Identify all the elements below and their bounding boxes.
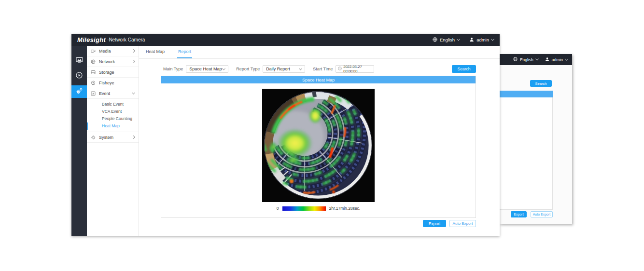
menu-label: Network bbox=[99, 59, 115, 64]
milesight-logo: Milesight bbox=[77, 36, 106, 43]
user-label: admin bbox=[476, 37, 489, 42]
report-type-label: Report Type bbox=[236, 67, 260, 71]
menu-label: System bbox=[99, 135, 113, 140]
background-user-menu[interactable]: admin bbox=[545, 57, 568, 62]
export-button[interactable]: Export bbox=[423, 220, 446, 227]
menu-label: Media bbox=[99, 49, 111, 54]
background-user-label: admin bbox=[552, 57, 563, 62]
background-panel-header bbox=[500, 91, 553, 97]
tab-report[interactable]: Report bbox=[177, 46, 192, 58]
network-icon bbox=[91, 59, 97, 64]
user-icon bbox=[469, 37, 474, 43]
background-topbar: English admin bbox=[500, 54, 572, 65]
media-icon bbox=[91, 49, 97, 54]
background-export-button[interactable]: Export bbox=[511, 211, 527, 217]
language-menu[interactable]: English bbox=[433, 37, 460, 43]
heat-scale-max: 2hr.17min.28sec. bbox=[329, 206, 361, 211]
clock-icon bbox=[338, 67, 342, 71]
report-type-select[interactable]: Daily Report bbox=[263, 65, 305, 73]
heat-scale-min: 0 bbox=[277, 206, 279, 211]
menu-label: Event bbox=[99, 91, 110, 96]
background-language-label: English bbox=[520, 57, 533, 62]
storage-icon bbox=[91, 70, 97, 75]
menu-item-fisheye[interactable]: Fisheye bbox=[87, 78, 139, 88]
playback-button[interactable] bbox=[71, 70, 87, 82]
heat-scale-bar bbox=[282, 206, 326, 211]
event-submenu: Basic Event VCA Event People Counting He… bbox=[87, 99, 139, 132]
report-filters: Main Type Space Heat Map Report Type Dai… bbox=[163, 65, 476, 73]
start-time-input[interactable]: 2022-03-27 00:00:00 bbox=[336, 65, 374, 73]
background-auto-export-button[interactable]: Auto Export bbox=[531, 211, 553, 217]
desktop: English admin Search Export Auto Export … bbox=[0, 0, 644, 271]
background-search-button[interactable]: Search bbox=[530, 80, 552, 87]
mode-rail bbox=[71, 46, 87, 236]
main-type-value: Space Heat Map bbox=[189, 67, 222, 71]
menu-label: Storage bbox=[99, 70, 114, 75]
chevron-down-icon bbox=[299, 67, 302, 70]
user-menu[interactable]: admin bbox=[469, 37, 494, 43]
main-type-label: Main Type bbox=[163, 67, 183, 71]
chevron-down-icon bbox=[132, 91, 135, 95]
playback-icon bbox=[76, 72, 83, 81]
submenu-item-people-counting[interactable]: People Counting bbox=[87, 115, 139, 122]
submenu-item-basic-event[interactable]: Basic Event bbox=[87, 101, 139, 108]
chevron-down-icon bbox=[222, 67, 225, 70]
menu-item-storage[interactable]: Storage bbox=[87, 67, 139, 78]
settings-gears-icon bbox=[76, 87, 83, 96]
tab-heat-map[interactable]: Heat Map bbox=[145, 46, 166, 58]
chevron-down-icon bbox=[457, 38, 460, 41]
chevron-down-icon bbox=[565, 57, 568, 61]
heat-map-panel: Space Heat Map bbox=[161, 76, 476, 218]
menu-item-system[interactable]: System bbox=[87, 132, 139, 143]
menu-item-media[interactable]: Media bbox=[87, 46, 139, 56]
app-topbar: Milesight ·Network Camera English admin bbox=[71, 34, 500, 46]
auto-export-button[interactable]: Auto Export bbox=[449, 220, 476, 227]
chevron-right-icon bbox=[132, 60, 135, 63]
settings-button[interactable] bbox=[71, 85, 87, 98]
menu-item-network[interactable]: Network bbox=[87, 56, 139, 67]
chevron-right-icon bbox=[132, 136, 135, 139]
submenu-item-vca-event[interactable]: VCA Event bbox=[87, 108, 139, 115]
export-actions: Export Auto Export bbox=[139, 220, 476, 227]
search-button[interactable]: Search bbox=[452, 65, 476, 73]
menu-item-event[interactable]: Event bbox=[87, 88, 139, 99]
submenu-item-heat-map[interactable]: Heat Map bbox=[87, 122, 139, 130]
content-area: Heat Map Report Main Type Space Heat Map… bbox=[139, 46, 500, 236]
product-name: ·Network Camera bbox=[107, 37, 145, 42]
camera-web-ui-window: Milesight ·Network Camera English admin bbox=[71, 34, 500, 236]
globe-icon bbox=[513, 57, 518, 62]
heatmap-image bbox=[262, 89, 375, 202]
start-time-value: 2022-03-27 00:00:00 bbox=[343, 65, 372, 73]
live-view-button[interactable] bbox=[71, 54, 87, 67]
language-label: English bbox=[440, 37, 455, 42]
main-type-select[interactable]: Space Heat Map bbox=[186, 65, 228, 73]
tab-bar: Heat Map Report bbox=[139, 46, 500, 59]
system-icon bbox=[91, 135, 97, 140]
menu-label: Fisheye bbox=[99, 81, 114, 85]
live-view-monitor-icon bbox=[76, 56, 83, 65]
settings-menu: Media Network Storage bbox=[87, 46, 139, 236]
background-language-menu[interactable]: English bbox=[513, 57, 538, 62]
chevron-down-icon bbox=[491, 38, 494, 41]
start-time-label: Start Time bbox=[313, 67, 333, 71]
heat-scale: 0 2hr.17min.28sec. bbox=[277, 206, 360, 211]
globe-icon bbox=[433, 37, 437, 43]
report-type-value: Daily Report bbox=[266, 67, 290, 71]
background-panel bbox=[500, 97, 553, 210]
chevron-right-icon bbox=[132, 49, 135, 53]
event-icon bbox=[91, 91, 97, 96]
fisheye-icon bbox=[91, 81, 97, 85]
background-window: English admin Search Export Auto Export bbox=[500, 54, 572, 224]
panel-title: Space Heat Map bbox=[161, 76, 476, 83]
chevron-down-icon bbox=[535, 57, 539, 61]
user-icon bbox=[545, 57, 549, 62]
